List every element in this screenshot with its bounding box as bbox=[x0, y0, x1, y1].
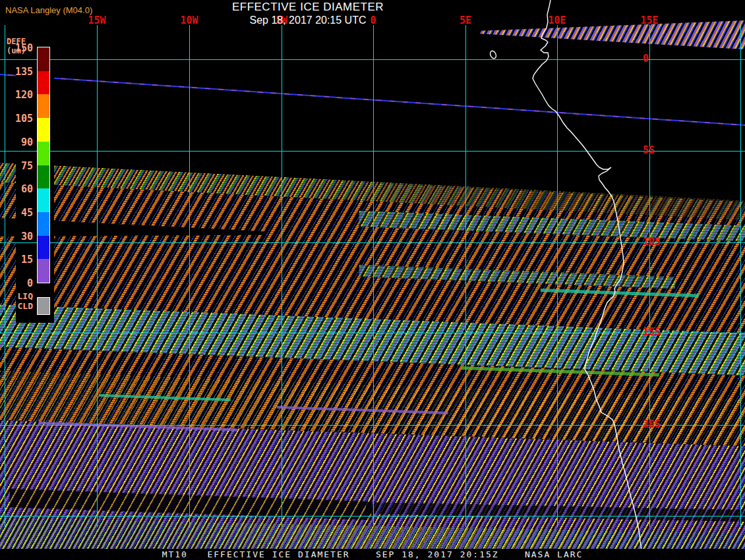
satellite-ice-product-view: 15W10W5W05E10E15E05S10S15S20S DEFF (um) … bbox=[0, 0, 745, 560]
colorbar-tick-label: 75 bbox=[0, 160, 33, 172]
island-outline bbox=[489, 50, 497, 59]
colorbar-tick-label: 30 bbox=[0, 231, 33, 242]
colorbar-segment bbox=[38, 259, 49, 283]
colorbar-tick-label: 135 bbox=[0, 66, 33, 78]
colorbar-tick-label: 60 bbox=[0, 183, 33, 195]
colorbar-tick-label: 150 bbox=[0, 42, 33, 54]
timestamp-subtitle: Sep 18, 2017 20:15 UTC bbox=[176, 14, 440, 26]
colorbar-segment bbox=[38, 212, 49, 236]
colorbar-segment bbox=[38, 188, 49, 212]
colorbar-tick-label: 105 bbox=[0, 113, 33, 125]
colorbar-segment bbox=[38, 47, 49, 71]
colorbar-tick-label: 0 bbox=[0, 277, 33, 289]
coastline-map bbox=[0, 0, 745, 560]
colorbar-segment bbox=[38, 94, 49, 118]
title-block: EFFECTIVE ICE DIAMETER Sep 18, 2017 20:1… bbox=[176, 1, 440, 26]
colorbar-scale bbox=[37, 47, 50, 283]
colorbar-tick-label: 45 bbox=[0, 207, 33, 219]
credit-text: NASA Langley (M04.0) bbox=[5, 5, 92, 15]
colorbar-tick-label: 120 bbox=[0, 89, 33, 101]
colorbar-segment bbox=[38, 118, 49, 142]
colorbar-segment bbox=[38, 165, 49, 189]
status-bar: MT10 EFFECTIVE ICE DIAMETER SEP 18, 2017… bbox=[0, 549, 745, 560]
colorbar-segment bbox=[38, 236, 49, 260]
colorbar-tick-label: 15 bbox=[0, 254, 33, 266]
colorbar-segment bbox=[38, 142, 49, 165]
colorbar-tick-label: 90 bbox=[0, 136, 33, 148]
coastline-path bbox=[533, 0, 641, 556]
liq-cld-label-line1: LIQ bbox=[0, 291, 33, 301]
page-title: EFFECTIVE ICE DIAMETER bbox=[176, 1, 440, 14]
status-bar-text: MT10 EFFECTIVE ICE DIAMETER SEP 18, 2017… bbox=[162, 549, 583, 559]
colorbar-segment bbox=[38, 71, 49, 95]
liq-cld-label-line2: CLD bbox=[0, 301, 33, 311]
liq-cld-swatch bbox=[37, 297, 50, 315]
